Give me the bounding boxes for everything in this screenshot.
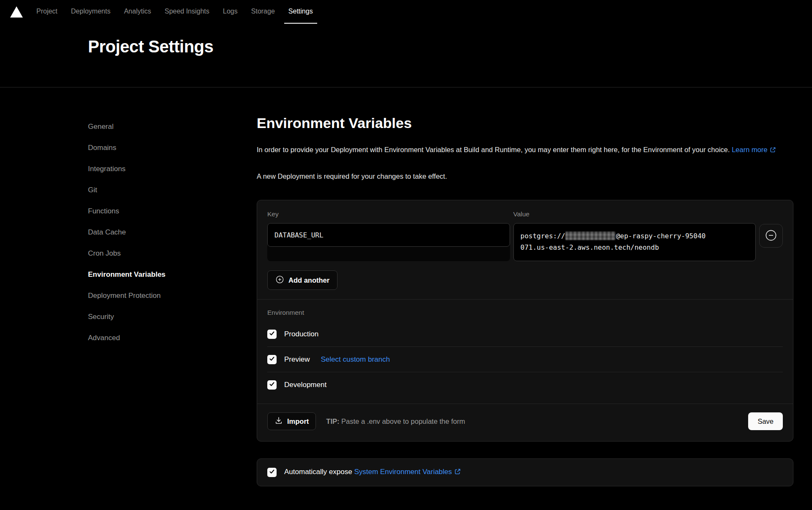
check-icon (269, 330, 275, 338)
main-panel: Environment Variables In order to provid… (257, 87, 793, 486)
tip-prefix: TIP: (326, 417, 339, 425)
sidebar-item-integrations[interactable]: Integrations (88, 158, 257, 180)
add-another-button[interactable]: Add another (267, 270, 337, 290)
value-line1-suffix: @ep-raspy-cherry-95040 (616, 232, 705, 240)
auto-expose-checkbox[interactable] (267, 468, 277, 477)
download-icon (274, 416, 283, 426)
environment-label: Environment (267, 309, 783, 316)
nav-tabs: Project Deployments Analytics Speed Insi… (32, 0, 317, 24)
content: General Domains Integrations Git Functio… (0, 87, 812, 486)
system-env-variables-label: System Environment Variables (354, 468, 452, 476)
environment-name: Development (284, 381, 326, 389)
sidebar-item-general[interactable]: General (88, 116, 257, 137)
environment-section: Environment Production Preview Select cu (257, 300, 793, 398)
sidebar-item-deployment-protection[interactable]: Deployment Protection (88, 285, 257, 306)
import-label: Import (287, 417, 309, 425)
page-header: Project Settings (0, 24, 812, 87)
check-icon (269, 469, 275, 476)
external-link-icon (770, 144, 776, 157)
check-icon (269, 356, 275, 363)
remove-column (759, 210, 783, 261)
page-title: Project Settings (88, 24, 812, 56)
external-link-icon (454, 468, 461, 477)
sidebar-item-git[interactable]: Git (88, 180, 257, 201)
production-checkbox[interactable] (267, 330, 277, 339)
nav-tab-settings[interactable]: Settings (284, 0, 317, 24)
card-footer: Import TIP: Paste a .env above to popula… (257, 404, 793, 441)
circle-plus-icon (275, 275, 284, 286)
nav-tab-logs[interactable]: Logs (219, 0, 242, 24)
value-column: Value postgres://@ep-raspy-cherry-95040 … (513, 210, 756, 261)
save-button[interactable]: Save (748, 412, 783, 430)
key-input[interactable] (267, 223, 510, 247)
sidebar-item-functions[interactable]: Functions (88, 201, 257, 222)
preview-checkbox[interactable] (267, 355, 277, 364)
environment-row-preview: Preview Select custom branch (267, 347, 783, 372)
circle-minus-icon (765, 229, 777, 243)
tip-text: TIP: Paste a .env above to populate the … (326, 417, 465, 425)
nav-tab-storage[interactable]: Storage (247, 0, 279, 24)
sidebar-item-environment-variables[interactable]: Environment Variables (88, 264, 257, 285)
environment-name: Preview (284, 355, 310, 364)
deployment-note: A new Deployment is required for your ch… (257, 170, 793, 183)
check-icon (269, 381, 275, 389)
value-input[interactable]: postgres://@ep-raspy-cherry-95040 071.us… (513, 223, 756, 261)
value-label: Value (513, 210, 756, 218)
nav-tab-deployments[interactable]: Deployments (67, 0, 115, 24)
nav-tab-project[interactable]: Project (32, 0, 62, 24)
sidebar-item-cron-jobs[interactable]: Cron Jobs (88, 243, 257, 264)
redacted-credentials (565, 232, 615, 240)
development-checkbox[interactable] (267, 380, 277, 390)
environment-name: Production (284, 330, 318, 338)
settings-sidebar: General Domains Integrations Git Functio… (88, 87, 257, 486)
nav-tab-speed-insights[interactable]: Speed Insights (160, 0, 214, 24)
value-prefix: postgres:// (521, 232, 565, 240)
sidebar-item-data-cache[interactable]: Data Cache (88, 222, 257, 243)
system-env-card: Automatically expose System Environment … (257, 458, 793, 486)
auto-expose-label: Automatically expose (284, 468, 354, 476)
system-env-variables-link[interactable]: System Environment Variables (354, 468, 461, 476)
nav-tab-analytics[interactable]: Analytics (120, 0, 155, 24)
environment-row-development: Development (267, 372, 783, 398)
environment-variables-card: Key Value postgres://@ep-raspy-cherry-95… (257, 200, 793, 442)
learn-more-link[interactable]: Learn more (732, 146, 776, 153)
environment-row-production: Production (267, 322, 783, 347)
sidebar-item-security[interactable]: Security (88, 306, 257, 327)
sidebar-item-domains[interactable]: Domains (88, 137, 257, 158)
description-text: In order to provide your Deployment with… (257, 146, 730, 153)
sidebar-item-advanced[interactable]: Advanced (88, 327, 257, 349)
tip-body: Paste a .env above to populate the form (340, 417, 465, 425)
key-column: Key (267, 210, 510, 261)
learn-more-label: Learn more (732, 146, 767, 153)
key-label: Key (267, 210, 510, 218)
select-custom-branch-link[interactable]: Select custom branch (321, 355, 390, 364)
vercel-logo-icon[interactable] (10, 6, 23, 18)
section-description: In order to provide your Deployment with… (257, 143, 793, 157)
add-another-label: Add another (288, 276, 329, 284)
value-line2: 071.us-east-2.aws.neon.tech/neondb (521, 242, 749, 253)
section-title: Environment Variables (257, 115, 793, 131)
remove-variable-button[interactable] (759, 224, 783, 248)
key-input-extension (267, 223, 510, 261)
top-navbar: Project Deployments Analytics Speed Insi… (0, 0, 812, 24)
auto-expose-text: Automatically expose System Environment … (284, 468, 461, 477)
key-value-section: Key Value postgres://@ep-raspy-cherry-95… (257, 200, 793, 290)
import-button[interactable]: Import (267, 412, 316, 430)
